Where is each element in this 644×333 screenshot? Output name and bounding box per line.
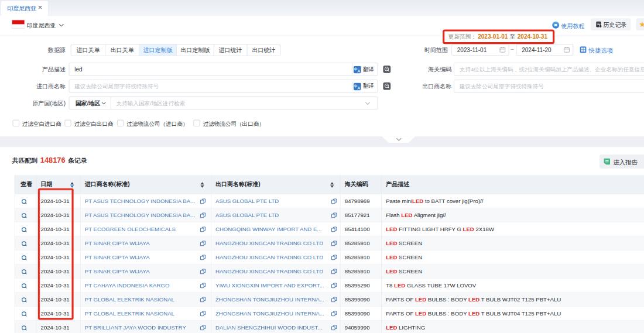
svg-text:A: A (357, 68, 360, 74)
svg-text:A: A (357, 85, 360, 90)
